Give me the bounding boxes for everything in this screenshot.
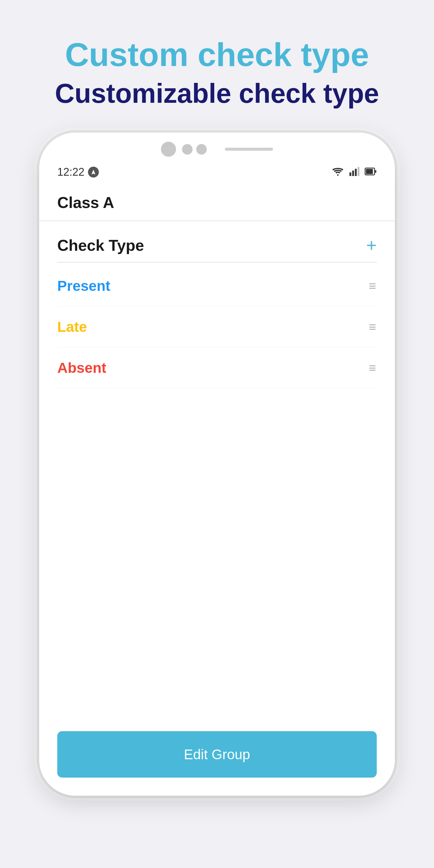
class-header: Class A [39, 181, 395, 221]
main-title: Custom check type [30, 36, 404, 73]
check-type-item-absent: Absent ≡ [57, 347, 377, 389]
svg-rect-3 [355, 169, 357, 176]
check-type-item-late: Late ≡ [57, 307, 377, 347]
camera-dots [182, 144, 207, 155]
battery-icon [365, 166, 377, 178]
add-check-type-button[interactable]: + [366, 236, 377, 254]
present-label: Present [57, 278, 110, 294]
phone-mockup: 12:22 [39, 133, 395, 796]
camera-circle [161, 142, 176, 157]
absent-label: Absent [57, 360, 106, 376]
check-type-section: Check Type + Present ≡ Late ≡ Absent ≡ [39, 221, 395, 389]
svg-rect-1 [350, 173, 351, 176]
signal-icon [349, 166, 360, 178]
check-type-header: Check Type + [57, 236, 377, 262]
status-bar: 12:22 [39, 163, 395, 181]
camera-dot-2 [196, 144, 207, 155]
present-drag-handle[interactable]: ≡ [369, 280, 377, 292]
phone-top-bar [39, 133, 395, 163]
edit-group-button[interactable]: Edit Group [57, 731, 377, 778]
phone-notch-bar [225, 148, 273, 151]
check-type-list: Present ≡ Late ≡ Absent ≡ [57, 266, 377, 389]
check-type-title: Check Type [57, 236, 144, 254]
status-time-text: 12:22 [57, 166, 84, 179]
status-left: 12:22 [57, 166, 99, 179]
svg-rect-6 [366, 169, 373, 174]
svg-rect-4 [358, 167, 360, 176]
camera-dot-1 [182, 144, 193, 155]
absent-drag-handle[interactable]: ≡ [369, 362, 377, 374]
nav-app-icon [88, 167, 99, 178]
class-name: Class A [57, 194, 114, 211]
sub-title: Customizable check type [30, 79, 404, 108]
status-icons [332, 166, 377, 178]
wifi-icon [332, 167, 344, 177]
page-header: Custom check type Customizable check typ… [0, 36, 434, 108]
svg-rect-2 [352, 170, 354, 176]
svg-point-0 [337, 174, 339, 176]
late-label: Late [57, 318, 87, 335]
check-type-item-present: Present ≡ [57, 266, 377, 307]
bottom-button-area: Edit Group [39, 731, 395, 796]
late-drag-handle[interactable]: ≡ [369, 321, 377, 333]
app-content: Class A Check Type + Present ≡ Late ≡ Ab… [39, 181, 395, 796]
svg-rect-7 [375, 170, 376, 173]
